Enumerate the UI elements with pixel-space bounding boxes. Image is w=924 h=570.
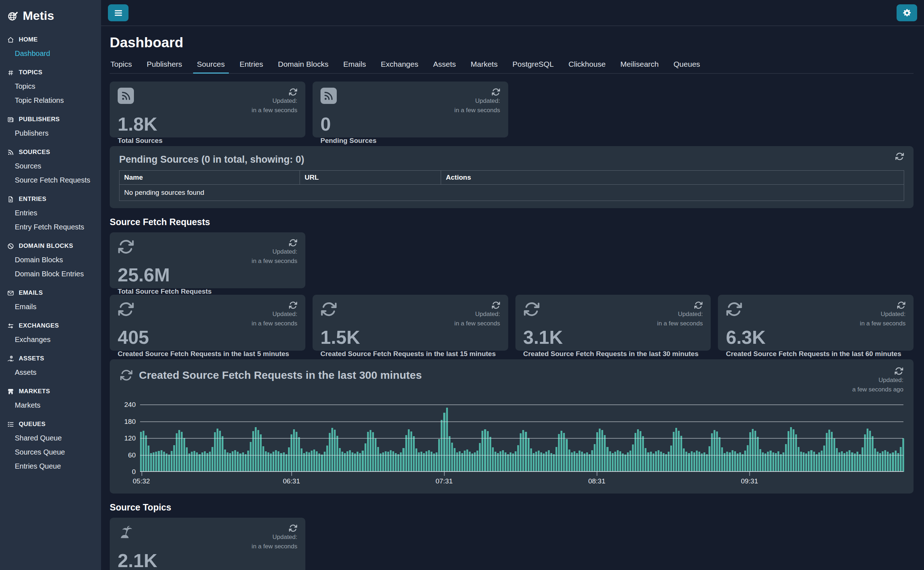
rss-square-icon	[118, 88, 134, 104]
refresh-icon	[897, 301, 906, 310]
sidebar-item-emails[interactable]: Emails	[0, 300, 101, 314]
bar	[497, 453, 499, 472]
refresh-button[interactable]	[289, 239, 298, 247]
bar	[760, 449, 761, 472]
sidebar-item-entry-fetch-requests[interactable]: Entry Fetch Requests	[0, 220, 101, 234]
sidebar-item-publishers[interactable]: Publishers	[0, 126, 101, 140]
bar	[471, 454, 473, 472]
sidebar-item-assets[interactable]: Assets	[0, 365, 101, 380]
sidebar-item-exchanges[interactable]: Exchanges	[0, 332, 101, 347]
bar	[640, 431, 642, 472]
refresh-button[interactable]	[289, 524, 298, 532]
tab-markets[interactable]: Markets	[470, 57, 499, 73]
bar	[318, 454, 320, 472]
refresh-button[interactable]	[895, 366, 903, 375]
settings-button[interactable]	[896, 4, 917, 21]
tab-assets[interactable]: Assets	[433, 57, 457, 73]
sidebar-item-source-fetch-requests[interactable]: Source Fetch Requests	[0, 173, 101, 187]
bar	[711, 433, 713, 472]
bar	[380, 454, 382, 472]
bar	[464, 450, 466, 472]
refresh-icon	[523, 301, 540, 317]
sidebar-item-dashboard[interactable]: Dashboard	[0, 46, 101, 61]
sidebar-item-domain-blocks[interactable]: Domain Blocks	[0, 253, 101, 267]
refresh-icon	[120, 369, 133, 382]
bar	[349, 450, 351, 472]
tab-emails[interactable]: Emails	[342, 57, 367, 73]
tab-clickhouse[interactable]: Clickhouse	[568, 57, 606, 73]
bar	[757, 437, 759, 472]
stat-card: Updated:in a few seconds6.3KCreated Sour…	[718, 295, 913, 351]
refresh-button[interactable]	[694, 301, 703, 310]
bar	[171, 451, 172, 472]
updated-value: a few seconds ago	[852, 385, 903, 394]
sidebar-item-topic-relations[interactable]: Topic Relations	[0, 93, 101, 107]
bar	[492, 447, 494, 472]
chart-title: Created Source Fetch Requests in the las…	[139, 369, 422, 382]
bar	[867, 429, 869, 472]
sidebar-item-entries-queue[interactable]: Entries Queue	[0, 459, 101, 473]
table-column-header: URL	[300, 171, 441, 185]
refresh-button[interactable]	[897, 301, 906, 310]
sidebar-item-sources-queue[interactable]: Sources Queue	[0, 445, 101, 459]
bar	[550, 453, 552, 472]
tab-queues[interactable]: Queues	[673, 57, 701, 73]
bar	[579, 450, 580, 472]
refresh-button[interactable]	[895, 152, 904, 161]
bar	[398, 454, 399, 472]
bar	[222, 436, 223, 472]
sidebar-item-entries[interactable]: Entries	[0, 206, 101, 220]
sidebar-item-markets[interactable]: Markets	[0, 398, 101, 412]
tab-postgresql[interactable]: PostgreSQL	[512, 57, 554, 73]
updated-label: Updated:	[273, 247, 298, 256]
bar	[232, 451, 233, 472]
sidebar-item-domain-block-entries[interactable]: Domain Block Entries	[0, 267, 101, 281]
updated-block: Updated:in a few seconds	[252, 239, 298, 265]
bar	[290, 434, 292, 472]
updated-block: Updated:in a few seconds	[860, 301, 906, 328]
tab-publishers[interactable]: Publishers	[146, 57, 183, 73]
bar	[224, 449, 226, 472]
bar	[408, 429, 410, 472]
bar	[777, 451, 779, 472]
sidebar-item-sources[interactable]: Sources	[0, 159, 101, 173]
tab-meilisearch[interactable]: Meilisearch	[620, 57, 659, 73]
bar	[402, 448, 404, 472]
stat-card-glyph	[523, 301, 540, 317]
refresh-button[interactable]	[491, 88, 500, 97]
bar	[461, 453, 463, 472]
bar	[385, 451, 387, 472]
y-tick-label: 180	[124, 418, 136, 426]
hashtag-icon	[7, 69, 14, 76]
sidebar-item-shared-queue[interactable]: Shared Queue	[0, 431, 101, 445]
tab-domain-blocks[interactable]: Domain Blocks	[277, 57, 329, 73]
bar	[816, 454, 818, 472]
bar	[604, 435, 606, 472]
bar	[260, 434, 262, 472]
hand-dollar-icon	[7, 355, 14, 362]
tab-entries[interactable]: Entries	[239, 57, 264, 73]
tab-topics[interactable]: Topics	[110, 57, 133, 73]
bar	[706, 454, 708, 472]
bar	[622, 454, 624, 472]
bar	[449, 436, 450, 472]
bar	[900, 447, 902, 472]
bar	[416, 449, 417, 472]
bar	[520, 433, 522, 472]
tab-exchanges[interactable]: Exchanges	[380, 57, 419, 73]
sidebar-toggle-button[interactable]	[108, 4, 129, 21]
bar	[652, 454, 654, 472]
chart-panel-header: Created Source Fetch Requests in the las…	[120, 366, 903, 394]
refresh-button[interactable]	[289, 301, 298, 310]
bar	[568, 449, 570, 472]
stat-card-top: Updated:in a few seconds	[118, 88, 298, 115]
bar	[836, 448, 838, 472]
refresh-button[interactable]	[289, 88, 298, 97]
bar	[255, 427, 256, 472]
sidebar-item-topics[interactable]: Topics	[0, 80, 101, 93]
refresh-button[interactable]	[491, 301, 500, 310]
updated-label: Updated:	[881, 310, 906, 319]
bar	[459, 451, 460, 472]
bar	[347, 451, 348, 472]
tab-sources[interactable]: Sources	[196, 57, 226, 73]
